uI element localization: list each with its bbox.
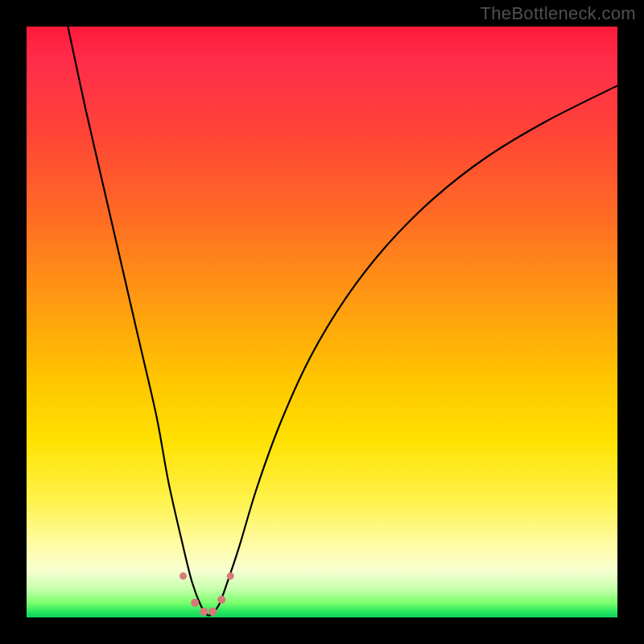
curve-marker (180, 572, 187, 580)
bottleneck-curve-svg (27, 27, 617, 617)
chart-frame: TheBottleneck.com (0, 0, 644, 644)
curve-marker (200, 608, 208, 616)
curve-markers (180, 572, 234, 616)
plot-area (27, 27, 617, 617)
watermark-text: TheBottleneck.com (481, 3, 636, 24)
curve-marker (227, 572, 234, 580)
curve-marker (191, 599, 199, 607)
curve-marker (217, 596, 225, 604)
curve-marker (208, 608, 217, 616)
bottleneck-curve-path (68, 27, 617, 616)
